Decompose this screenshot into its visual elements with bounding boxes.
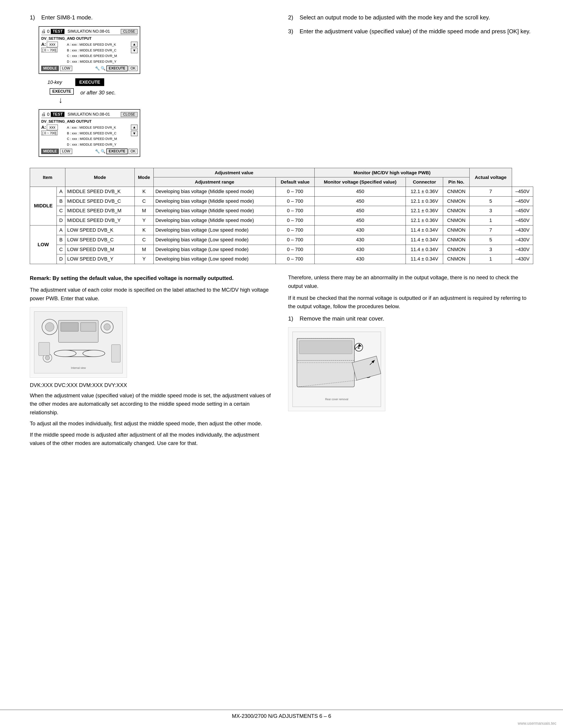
td-sub: A bbox=[56, 187, 65, 196]
sim-execute-btn-bottom[interactable]: EXECUTE bbox=[106, 148, 128, 154]
flow-row-1: 10-key EXECUTE bbox=[47, 78, 275, 86]
sim-printer-icon-top: 🖨 bbox=[41, 29, 46, 34]
td-mode: M bbox=[134, 206, 153, 216]
td-adj-range: 0 – 700 bbox=[275, 206, 315, 216]
td-connector: CNMON bbox=[443, 254, 470, 264]
td-mode-desc: Developing bias voltage (Low speed mode) bbox=[153, 254, 275, 264]
table-row: CMIDDLE SPEED DVB_MMDeveloping bias volt… bbox=[30, 206, 533, 216]
or-after-text: or after 30 sec. bbox=[80, 90, 116, 96]
execute-dark-text: EXECUTE bbox=[75, 78, 104, 86]
sim-a-row-b: A: xxx bbox=[41, 125, 58, 130]
remark-para3: If the middle speed mode is adjusted aft… bbox=[30, 431, 275, 448]
sim-execute-btn-top[interactable]: EXECUTE bbox=[106, 66, 128, 71]
td-connector: CNMON bbox=[443, 187, 470, 196]
th-pin: Pin No. bbox=[443, 177, 470, 187]
td-mode: M bbox=[134, 245, 153, 254]
step2-number: 2) bbox=[288, 14, 293, 21]
page-container: 1) Enter SIM8-1 mode. 🖨 0 TEST SIMULATIO… bbox=[17, 0, 546, 468]
td-group: MIDDLE bbox=[30, 187, 57, 225]
th-mode-desc: Mode bbox=[134, 168, 153, 187]
sim-down-arrow[interactable]: ▼ bbox=[131, 48, 137, 53]
sim-number-top: 0 bbox=[47, 29, 49, 34]
td-pin: 5 bbox=[469, 235, 512, 245]
sim-top-wrapper: 🖨 0 TEST SIMULATION NO.08-01 CLOSE DV_SE… bbox=[39, 26, 275, 74]
th-adj-default: Default value bbox=[275, 177, 315, 187]
sim-ok-btn-top[interactable]: OK bbox=[128, 66, 137, 71]
td-sub: D bbox=[56, 254, 65, 264]
sim-header-top: 🖨 0 TEST SIMULATION NO.08-01 CLOSE bbox=[41, 29, 137, 35]
table-row: BMIDDLE SPEED DVB_CCDeveloping bias volt… bbox=[30, 196, 533, 206]
sim-low-btn-top[interactable]: LOW bbox=[60, 66, 72, 71]
td-mode-desc: Developing bias voltage (Middle speed mo… bbox=[153, 196, 275, 206]
th-adj-value: Adjustment value bbox=[153, 168, 315, 177]
sim-main-row-bottom: A: xxx [ 0 ~ 700] A : xxx : MIDDLE SPEED… bbox=[41, 125, 137, 147]
sim-low-btn-bottom[interactable]: LOW bbox=[60, 149, 72, 154]
svg-rect-19 bbox=[299, 341, 352, 354]
svg-text:Internal view: Internal view bbox=[71, 366, 86, 370]
td-sub: C bbox=[56, 206, 65, 216]
td-pin: 1 bbox=[469, 216, 512, 225]
td-mode-desc: Developing bias voltage (Low speed mode) bbox=[153, 235, 275, 245]
svg-rect-14 bbox=[39, 342, 50, 356]
sim-middle-btn-top[interactable]: MIDDLE bbox=[41, 66, 59, 71]
sim-a-label-top: A: bbox=[41, 42, 46, 47]
td-mode-desc: Developing bias voltage (Middle speed mo… bbox=[153, 187, 275, 196]
sim-up-arrow[interactable]: ▲ bbox=[131, 42, 137, 47]
sim-close-top[interactable]: CLOSE bbox=[121, 29, 137, 34]
td-default: 450 bbox=[315, 206, 406, 216]
step1: 1) Enter SIM8-1 mode. bbox=[30, 13, 275, 22]
step1-text: Enter SIM8-1 mode. bbox=[41, 14, 93, 21]
sim-down-arrow-b[interactable]: ▼ bbox=[131, 131, 137, 136]
ifit-text: If it must be checked that the normal vo… bbox=[288, 294, 533, 311]
therefore-text: Therefore, unless there may be an abnorm… bbox=[288, 273, 533, 290]
td-connector: CNMON bbox=[443, 196, 470, 206]
sim-number-bottom: 0 bbox=[47, 112, 49, 117]
dvr-item-0: A : xxx : MIDDLE SPEED DVR_K bbox=[67, 42, 130, 47]
td-adj-range: 0 – 700 bbox=[275, 216, 315, 225]
machine-svg-right: 2 1 Rear cover removal bbox=[290, 330, 383, 409]
td-actual: –430V bbox=[512, 235, 533, 245]
execute-light-badge: EXECUTE bbox=[50, 87, 74, 95]
th-item: Item bbox=[30, 168, 65, 187]
watermark: www.usermanuais.tec bbox=[518, 721, 556, 726]
flow-left: EXECUTE ↓ bbox=[47, 87, 74, 105]
td-item: LOW SPEED DVB_M bbox=[65, 245, 135, 254]
sim-ok-btn-bottom[interactable]: OK bbox=[128, 149, 137, 154]
sim-close-bottom[interactable]: CLOSE bbox=[121, 112, 137, 117]
step3-text: Enter the adjustment value (specified va… bbox=[300, 28, 531, 35]
footer-text: MX-2300/2700 N/G ADJUSTMENTS 6 – 6 bbox=[232, 713, 331, 719]
td-connector: CNMON bbox=[443, 245, 470, 254]
td-connector: CNMON bbox=[443, 216, 470, 225]
td-mode-desc: Developing bias voltage (Low speed mode) bbox=[153, 245, 275, 254]
table-row: CLOW SPEED DVB_MMDeveloping bias voltage… bbox=[30, 245, 533, 254]
td-monitor-v: 12.1 ± 0.36V bbox=[406, 216, 443, 225]
sim-arrows-top: ▲ ▼ bbox=[131, 42, 137, 53]
td-adj-range: 0 – 700 bbox=[275, 235, 315, 245]
data-table-section: Item Mode Mode Adjustment value Monitor … bbox=[30, 168, 533, 264]
td-pin: 5 bbox=[469, 196, 512, 206]
td-sub: C bbox=[56, 245, 65, 254]
td-mode: K bbox=[134, 187, 153, 196]
step3: 3) Enter the adjustment value (specified… bbox=[288, 27, 533, 36]
td-actual: –450V bbox=[512, 216, 533, 225]
dvr-item-2: C : xxx : MIDDLE SPEED DVR_M bbox=[67, 53, 130, 59]
sim-up-arrow-b[interactable]: ▲ bbox=[131, 125, 137, 130]
right-step1-text: Remove the main unit rear cover. bbox=[300, 315, 384, 322]
right-bottom-column: Therefore, unless there may be an abnorm… bbox=[288, 271, 533, 450]
td-default: 430 bbox=[315, 245, 406, 254]
td-monitor-v: 11.4 ± 0.34V bbox=[406, 235, 443, 245]
td-group: LOW bbox=[30, 225, 57, 264]
sim-xxx-bottom: xxx bbox=[47, 125, 58, 130]
sim-xxx-top: xxx bbox=[47, 42, 58, 47]
sim-text-bottom: SIMULATION NO.08-01 bbox=[68, 112, 110, 117]
td-connector: CNMON bbox=[443, 206, 470, 216]
left-column: 1) Enter SIM8-1 mode. 🖨 0 TEST SIMULATIO… bbox=[30, 13, 275, 161]
sim-middle-btn-bottom[interactable]: MIDDLE bbox=[41, 149, 59, 154]
table-row: LOWALOW SPEED DVB_KKDeveloping bias volt… bbox=[30, 225, 533, 235]
td-monitor-v: 11.4 ± 0.34V bbox=[406, 254, 443, 264]
right-column: 2) Select an output mode to be adjusted … bbox=[288, 13, 533, 161]
td-mode: C bbox=[134, 235, 153, 245]
machine-illustration-left: Internal view bbox=[30, 307, 127, 378]
sim-left-panel-bottom: A: xxx [ 0 ~ 700] bbox=[41, 125, 66, 135]
td-default: 430 bbox=[315, 225, 406, 235]
